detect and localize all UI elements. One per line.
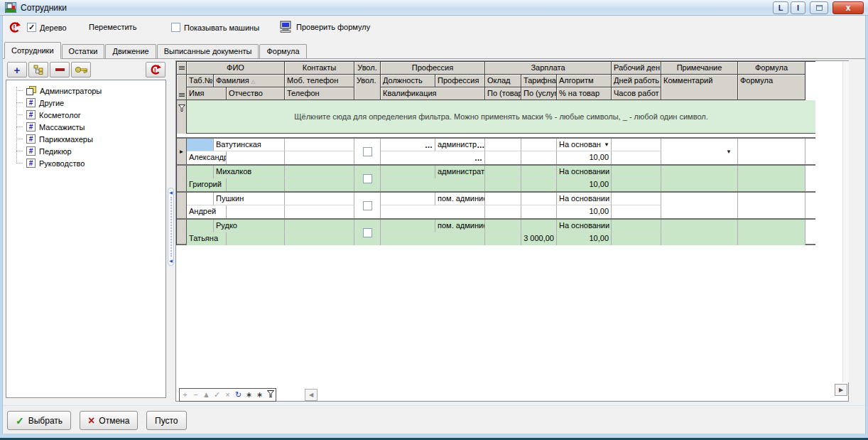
cell-profession[interactable]: пом. админис — [435, 193, 485, 205]
cell-name[interactable]: Григорий — [187, 178, 227, 191]
dropdown-arrow-icon[interactable]: ▼ — [604, 139, 609, 150]
employee-record-4[interactable]: Рудко Татьяна пом. админис На основании … — [177, 218, 815, 245]
filter-hint[interactable]: Щёлкните сюда для определения фильтра. М… — [187, 100, 815, 133]
col-profession[interactable]: Профессия — [435, 75, 485, 87]
uvol-checkbox[interactable] — [363, 174, 372, 183]
uvol-checkbox[interactable] — [363, 228, 372, 237]
col-phone[interactable]: Телефон — [285, 87, 354, 100]
cell-uvol[interactable] — [354, 166, 381, 191]
tree-checkbox[interactable]: ✓ Дерево — [27, 23, 67, 32]
cell-surname[interactable]: Михалков — [214, 166, 285, 178]
select-button[interactable]: ✓ Выбрать — [7, 411, 71, 430]
dropdown-arrow-icon[interactable]: ▼ — [726, 149, 732, 155]
tree-item-massazhisty[interactable]: # Массажисты — [6, 121, 166, 133]
nav-post-button[interactable]: ✓ — [212, 389, 222, 401]
band-profession[interactable]: Профессия — [381, 62, 485, 75]
cell-phone[interactable] — [285, 232, 354, 245]
tree-item-administratory[interactable]: Администраторы — [6, 85, 166, 97]
cell-phone[interactable] — [285, 151, 354, 164]
employee-record-1[interactable]: ► Ватутинская Александр. … администр… … — [177, 137, 815, 164]
nav-edit-button[interactable]: ▲ — [201, 389, 212, 401]
cell-profession[interactable]: пом. админис — [435, 220, 485, 232]
cell-position[interactable] — [381, 166, 435, 178]
cell-position[interactable] — [381, 193, 435, 205]
col-formula[interactable]: Формула — [738, 75, 805, 100]
ellipsis-button[interactable]: … — [474, 155, 483, 161]
panel-splitter[interactable]: ◀ ◀ — [168, 188, 174, 266]
cell-surname[interactable]: Рудко — [214, 220, 285, 232]
tree-refresh-button[interactable]: ! — [146, 62, 166, 77]
cell-surname[interactable]: Пушкин — [214, 193, 285, 205]
col-hours[interactable]: Часов работ — [612, 87, 661, 100]
tree-item-rukovodstvo[interactable]: # Руководство — [6, 157, 166, 169]
refresh-button[interactable]: ! — [9, 21, 21, 33]
cell-algorithm[interactable]: На основании — [557, 166, 612, 178]
band-workday[interactable]: Рабочий ден — [612, 62, 661, 75]
cell-comment[interactable] — [661, 220, 738, 245]
cell-name[interactable]: Александр. — [187, 151, 227, 164]
cell-tariff[interactable] — [521, 220, 557, 232]
filter-row[interactable]: Щёлкните сюда для определения фильтра. М… — [177, 100, 815, 134]
cell-mobile[interactable] — [285, 193, 354, 205]
cell-hours[interactable] — [612, 232, 661, 245]
tree-item-parikhmakhery[interactable]: # Парикхмахеры — [6, 133, 166, 145]
cell-days[interactable] — [612, 139, 661, 151]
cell-formula[interactable] — [738, 166, 805, 191]
cell-pct-goods[interactable]: 10,00 — [557, 151, 612, 164]
tree-structure-button[interactable] — [28, 62, 48, 77]
grid-menu-icon[interactable] — [179, 65, 185, 70]
window-button-i[interactable]: I — [791, 1, 805, 14]
cell-salary[interactable] — [485, 166, 521, 178]
window-button-l[interactable]: L — [773, 1, 788, 14]
grid-menu-icon[interactable] — [179, 92, 185, 97]
cell-qualification[interactable] — [381, 178, 485, 191]
band-note[interactable]: Примечание — [661, 62, 738, 75]
close-button[interactable]: x — [832, 1, 864, 14]
ellipsis-button[interactable]: … — [477, 142, 485, 148]
cell-tariff[interactable] — [521, 166, 557, 178]
col-tariff[interactable]: Тарифна — [521, 75, 557, 87]
cell-name[interactable]: Татьяна — [187, 232, 227, 245]
col-name[interactable]: Имя — [187, 87, 227, 100]
cell-mobile[interactable] — [285, 139, 354, 151]
col-qualification[interactable]: Квалификация — [381, 87, 485, 100]
cell-mobile[interactable] — [285, 166, 354, 178]
cell-algorithm[interactable]: На основан▼ — [557, 139, 612, 151]
col-surname[interactable]: Фамилия△ — [214, 75, 285, 87]
cell-tabno[interactable] — [187, 193, 214, 205]
cell-mobile[interactable] — [285, 220, 354, 232]
cell-per-service[interactable] — [521, 205, 557, 218]
cell-formula[interactable] — [738, 139, 805, 164]
band-salary[interactable]: Зарплата — [485, 62, 612, 75]
uvol-checkbox[interactable] — [363, 147, 372, 156]
nav-insert-button[interactable]: + — [180, 389, 190, 401]
tree-delete-button[interactable] — [50, 62, 70, 77]
col-uvol[interactable]: Увол. — [354, 75, 381, 100]
splitter-collapse-icon[interactable]: ◀ — [169, 191, 173, 195]
cell-qualification[interactable] — [381, 232, 485, 245]
nav-set-filter-button[interactable]: ∗ — [244, 389, 254, 401]
tree-item-pedikyur[interactable]: # Педикюр — [6, 145, 166, 157]
cell-days[interactable] — [612, 166, 661, 178]
check-formula-button[interactable]: Проверить формулу — [279, 21, 370, 33]
cell-comment[interactable] — [661, 193, 738, 218]
cell-name[interactable]: Андрей — [187, 205, 227, 218]
cell-salary[interactable] — [485, 139, 521, 151]
cell-position[interactable] — [381, 220, 435, 232]
col-position[interactable]: Должность — [381, 75, 435, 87]
tab-formula[interactable]: Формула — [259, 44, 306, 58]
cell-days[interactable] — [612, 193, 661, 205]
tree-add-button[interactable]: + — [7, 62, 27, 77]
cell-patronymic[interactable] — [227, 178, 285, 191]
cell-comment[interactable]: ▼ — [661, 139, 738, 164]
cell-algorithm[interactable]: На основании — [557, 193, 612, 205]
cell-tariff[interactable] — [521, 193, 557, 205]
cell-salary[interactable] — [485, 220, 521, 232]
cell-patronymic[interactable] — [227, 151, 285, 164]
cell-uvol[interactable] — [354, 193, 381, 218]
cell-days[interactable] — [612, 220, 661, 232]
col-comment[interactable]: Комментарий — [661, 75, 738, 100]
ellipsis-button[interactable]: … — [425, 142, 433, 148]
cell-profession[interactable]: администр… — [435, 139, 485, 151]
cell-uvol[interactable] — [354, 220, 381, 245]
